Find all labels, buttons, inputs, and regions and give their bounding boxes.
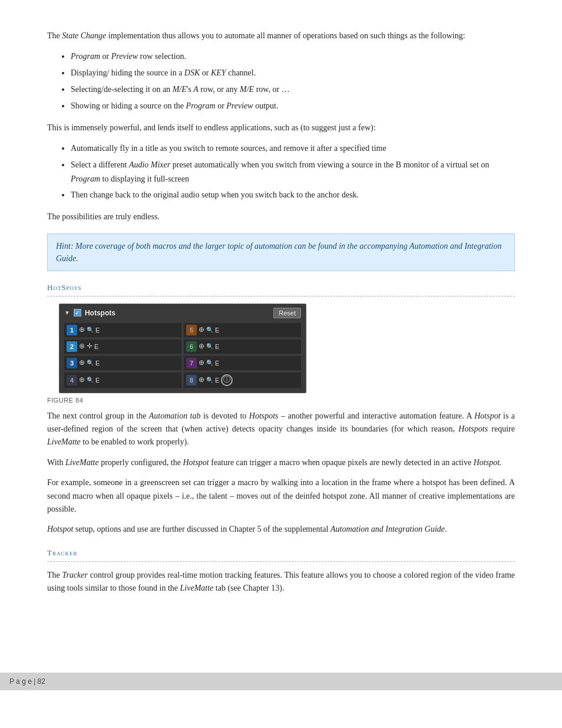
hotspot-grid: 1 ⊕ 🔍 E 5 ⊕ 🔍 E 2 ⊕ ✛ E [64, 323, 301, 388]
list-item: Showing or hiding a source on the Progra… [71, 99, 515, 113]
hotspot-row-6: 6 ⊕ 🔍 E [184, 340, 301, 354]
hotspot-checkbox-4[interactable]: 4 [67, 375, 77, 386]
panel-title: Hotspots [85, 309, 115, 317]
panel-enable-checkbox[interactable]: ✓ [74, 309, 81, 317]
info-icon[interactable]: ⓘ [221, 374, 233, 386]
edit-btn-4[interactable]: E [95, 377, 100, 384]
page-footer: P a g e | 82 [0, 673, 562, 690]
hotspot-row-8: 8 ⊕ 🔍 E ⓘ [184, 373, 301, 388]
hotspots-paragraph3: For example, someone in a greenscreen se… [47, 476, 515, 516]
hotspot-row-1: 1 ⊕ 🔍 E [64, 323, 181, 337]
bullet-list-1: Program or Preview row selection. Displa… [71, 50, 515, 113]
hotspot-row-2: 2 ⊕ ✛ E [64, 340, 181, 354]
zoom-icon-3[interactable]: 🔍 [87, 360, 94, 366]
hotspots-paragraph4: Hotspot setup, options and use are furth… [47, 523, 515, 536]
edit-btn-1[interactable]: E [95, 327, 100, 334]
hotspots-section: HotSpots ▼ ✓ Hotspots Reset 1 ⊕ 🔍 E [47, 283, 515, 536]
hotspot-checkbox-3[interactable]: 3 [67, 358, 77, 368]
intro-paragraph3: The possibilities are truly endless. [47, 210, 515, 223]
move-icon-6[interactable]: ⊕ [199, 342, 204, 351]
section-divider [47, 296, 515, 297]
zoom-icon-7[interactable]: 🔍 [206, 360, 213, 366]
list-item: Selecting/de-selecting it on an M/E's A … [71, 83, 515, 97]
panel-title-group: ▼ ✓ Hotspots [64, 309, 115, 317]
zoom-icon-1[interactable]: 🔍 [87, 327, 94, 333]
tracker-section: Tracker The Tracker control group provid… [47, 548, 515, 595]
move-icon-1[interactable]: ⊕ [79, 325, 85, 334]
hotspots-panel: ▼ ✓ Hotspots Reset 1 ⊕ 🔍 E 5 ⊕ � [59, 304, 306, 393]
hotspot-checkbox-2[interactable]: 2 [67, 341, 77, 352]
hotspot-row-5: 5 ⊕ 🔍 E [184, 323, 301, 337]
hint-text: Hint: More coverage of both macros and t… [56, 242, 501, 263]
hotspots-heading: HotSpots [47, 283, 515, 292]
zoom-icon-4[interactable]: 🔍 [87, 377, 94, 383]
edit-btn-3[interactable]: E [95, 360, 100, 367]
hotspots-paragraph2: With LiveMatte properly configured, the … [47, 456, 515, 469]
panel-collapse-arrow[interactable]: ▼ [64, 309, 70, 316]
list-item: Select a different Audio Mixer preset au… [71, 158, 515, 186]
hotspot-checkbox-1[interactable]: 1 [67, 325, 77, 335]
hotspot-row-7: 7 ⊕ 🔍 E [184, 356, 301, 370]
hotspots-paragraph1: The next control group in the Automation… [47, 410, 515, 449]
hotspot-row-4: 4 ⊕ 🔍 E [64, 373, 181, 388]
panel-header: ▼ ✓ Hotspots Reset [64, 308, 301, 318]
hotspot-checkbox-8[interactable]: 8 [186, 375, 197, 386]
figure-caption: FIGURE 84 [47, 397, 515, 404]
zoom-icon-5[interactable]: 🔍 [206, 327, 213, 333]
reset-button[interactable]: Reset [273, 308, 301, 318]
move-icon-4[interactable]: ⊕ [79, 375, 85, 384]
edit-btn-6[interactable]: E [215, 343, 219, 350]
move-icon-3[interactable]: ⊕ [79, 358, 85, 367]
edit-btn-8[interactable]: E [215, 377, 219, 384]
zoom-icon-6[interactable]: 🔍 [206, 343, 213, 350]
list-item: Displaying/ hiding the source in a DSK o… [71, 66, 515, 80]
move-icon-2[interactable]: ⊕ [79, 342, 85, 351]
page-number: P a g e | 82 [9, 677, 45, 686]
hotspot-row-3: 3 ⊕ 🔍 E [64, 356, 181, 370]
tracker-heading: Tracker [47, 548, 515, 558]
drag-icon-2[interactable]: ✛ [87, 342, 92, 351]
hotspot-checkbox-6[interactable]: 6 [186, 341, 197, 352]
move-icon-7[interactable]: ⊕ [199, 358, 204, 367]
list-item: Then change back to the original audio s… [71, 188, 515, 202]
intro-paragraph1: The State Change implementation thus all… [47, 29, 515, 42]
tracker-paragraph1: The Tracker control group provides real-… [47, 569, 515, 595]
bullet-list-2: Automatically fly in a title as you swit… [71, 141, 515, 202]
edit-btn-7[interactable]: E [215, 360, 219, 367]
move-icon-8[interactable]: ⊕ [199, 375, 204, 384]
zoom-icon-8[interactable]: 🔍 [206, 377, 213, 383]
hotspot-checkbox-7[interactable]: 7 [186, 358, 197, 368]
list-item: Automatically fly in a title as you swit… [71, 141, 515, 156]
hotspot-checkbox-5[interactable]: 5 [186, 325, 197, 335]
list-item: Program or Preview row selection. [71, 50, 515, 64]
edit-btn-2[interactable]: E [94, 343, 98, 350]
tracker-divider [47, 561, 515, 562]
move-icon-5[interactable]: ⊕ [199, 325, 204, 334]
page-content: The State Change implementation thus all… [0, 0, 562, 649]
intro-paragraph2: This is immensely powerful, and lends it… [47, 121, 515, 134]
hint-box: Hint: More coverage of both macros and t… [47, 233, 515, 271]
edit-btn-5[interactable]: E [215, 327, 219, 334]
